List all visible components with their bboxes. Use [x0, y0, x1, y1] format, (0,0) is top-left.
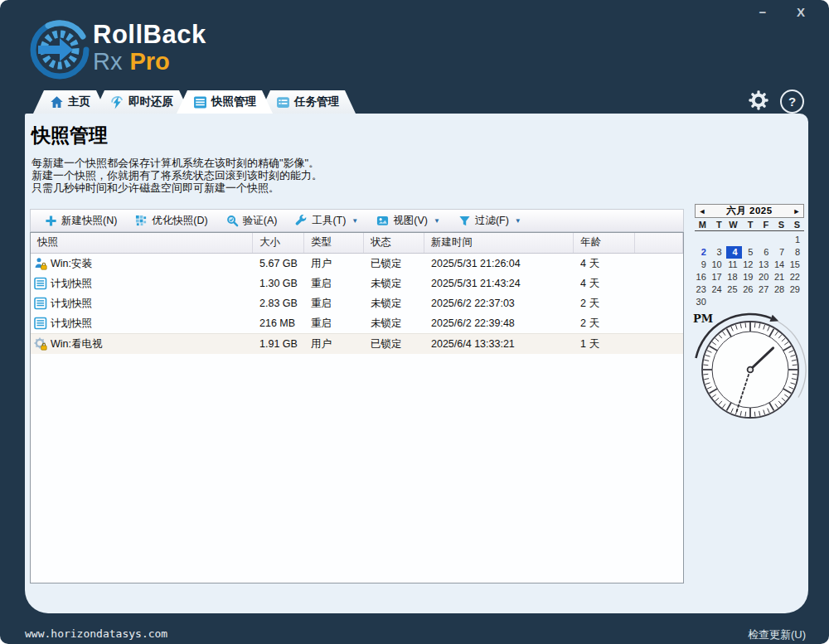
calendar-day[interactable]: 18 — [726, 271, 742, 283]
calendar-day-header: S — [788, 220, 804, 230]
column-header-type[interactable]: 类型 — [304, 233, 364, 253]
calendar-day[interactable]: 14 — [773, 259, 788, 271]
snapshot-size: 1.91 GB — [253, 338, 304, 350]
plus-icon — [45, 215, 57, 227]
view-dropdown-button[interactable]: 视图(V) ▼ — [367, 211, 449, 230]
calendar-day[interactable]: 29 — [788, 283, 804, 296]
footer-website-link[interactable]: www.horizondatasys.com — [25, 627, 167, 640]
calendar-day[interactable]: 12 — [742, 259, 758, 271]
button-label: 工具(T) — [312, 214, 346, 228]
snapshot-name: Win:安装 — [51, 257, 92, 271]
filter-icon — [458, 215, 471, 227]
calendar-day[interactable]: 6 — [757, 246, 773, 259]
tools-dropdown-button[interactable]: 工具(T) ▼ — [286, 211, 367, 230]
new-snapshot-button[interactable]: 新建快照(N) — [36, 211, 126, 230]
calendar-day[interactable]: 11 — [726, 259, 742, 271]
calendar-day-header: T — [710, 220, 726, 230]
calendar-day[interactable]: 5 — [742, 246, 758, 259]
calendar-day[interactable]: 9 — [695, 259, 710, 271]
column-header-snapshot[interactable]: 快照 — [31, 233, 253, 253]
calendar-day[interactable]: 28 — [773, 283, 788, 296]
button-label: 验证(A) — [243, 214, 278, 228]
column-header-age[interactable]: 年龄 — [574, 233, 635, 253]
calendar-day-header: S — [773, 220, 788, 230]
calendar-day[interactable]: 21 — [773, 271, 788, 283]
lightning-icon — [110, 95, 124, 109]
calendar-day[interactable]: 17 — [710, 271, 726, 283]
calendar-day[interactable]: 7 — [773, 246, 788, 259]
tab-task-management[interactable]: 任务管理 — [259, 90, 356, 114]
tab-instant-restore[interactable]: 即时还原 — [94, 90, 190, 114]
main-panel: 快照管理 每新建一个快照都会保存计算机系统在该时刻的精确"影像"。 新建一个快照… — [25, 114, 808, 613]
calendar-prev-icon[interactable]: ◄ — [696, 207, 709, 215]
defrag-snapshot-button[interactable]: 优化快照(D) — [126, 211, 216, 230]
snapshot-status: 未锁定 — [364, 317, 424, 331]
column-header-created[interactable]: 新建时间 — [424, 233, 574, 253]
snapshot-name-cell: 计划快照 — [31, 277, 253, 291]
snapshot-size: 1.30 GB — [253, 278, 304, 289]
column-header-extra[interactable] — [635, 233, 683, 253]
calendar-day — [710, 234, 726, 246]
description-line: 只需几秒钟时间和少许磁盘空间即可新建一个快照。 — [32, 182, 322, 194]
snapshot-table: 快照 大小 类型 状态 新建时间 年龄 — [30, 232, 684, 583]
calendar-day — [695, 234, 710, 246]
help-icon[interactable]: ? — [780, 90, 804, 114]
calendar-day — [757, 234, 773, 246]
calendar-day[interactable]: 25 — [726, 283, 742, 296]
snapshot-name-cell: 计划快照 — [31, 297, 253, 311]
calendar-header: ◄ 六月 2025 ► — [695, 204, 804, 218]
calendar-day[interactable]: 16 — [695, 271, 710, 283]
table-row[interactable]: 计划快照 216 MB 重启 未锁定 2025/6/2 22:39:48 2 天 — [31, 313, 683, 333]
calendar-day[interactable]: 3 — [710, 246, 726, 259]
user-snapshot-locked-icon — [34, 257, 47, 270]
calendar-day[interactable]: 1 — [788, 234, 804, 246]
column-header-size[interactable]: 大小 — [253, 233, 304, 253]
snapshot-age: 4 天 — [574, 277, 635, 291]
table-row[interactable]: 计划快照 2.83 GB 重启 未锁定 2025/6/2 22:37:03 2 … — [31, 293, 683, 313]
snapshot-toolbar: 新建快照(N) 优化快照(D) 验证(A) — [30, 209, 684, 232]
calendar-day[interactable]: 10 — [710, 259, 726, 271]
snapshot-age: 4 天 — [574, 257, 635, 271]
calendar-day[interactable]: 8 — [788, 246, 804, 259]
calendar-day[interactable]: 23 — [695, 283, 710, 296]
button-label: 优化快照(D) — [152, 214, 207, 228]
calendar-day[interactable]: 27 — [757, 283, 773, 296]
page-title: 快照管理 — [32, 123, 108, 148]
snapshot-status: 未锁定 — [364, 277, 424, 291]
view-icon — [376, 215, 389, 227]
snapshot-type: 重启 — [304, 297, 364, 311]
snapshot-name-cell: 计划快照 — [31, 317, 253, 331]
calendar-day[interactable]: 15 — [788, 259, 804, 271]
logo-rx: Rx — [93, 48, 122, 75]
logo-pro: Pro — [129, 48, 169, 75]
calendar-day — [726, 296, 742, 308]
minimize-button[interactable]: − — [749, 2, 776, 22]
calendar-day[interactable]: 30 — [695, 296, 710, 308]
column-header-status[interactable]: 状态 — [364, 233, 424, 253]
verify-button[interactable]: 验证(A) — [217, 211, 287, 230]
description-line: 每新建一个快照都会保存计算机系统在该时刻的精确"影像"。 — [32, 157, 322, 169]
calendar-day[interactable]: 24 — [710, 283, 726, 296]
calendar-day[interactable]: 13 — [757, 259, 773, 271]
tab-label: 主页 — [68, 94, 90, 109]
settings-gear-icon[interactable] — [747, 89, 770, 112]
calendar-day[interactable]: 22 — [788, 271, 804, 283]
tab-snapshot-management[interactable]: 快照管理 — [177, 90, 273, 114]
table-row[interactable]: Win:看电视 1.91 GB 用户 已锁定 2025/6/4 13:33:21… — [31, 333, 683, 354]
calendar-day[interactable]: 4 — [726, 246, 742, 259]
close-button[interactable]: X — [788, 2, 814, 22]
scheduled-snapshot-icon — [34, 277, 47, 290]
table-row[interactable]: Win:安装 5.67 GB 用户 已锁定 2025/5/31 21:26:04… — [31, 254, 683, 274]
filter-dropdown-button[interactable]: 过滤(F) ▼ — [449, 211, 531, 230]
table-row[interactable]: 计划快照 1.30 GB 重启 未锁定 2025/5/31 21:43:24 4… — [31, 274, 683, 293]
calendar-day-header: F — [757, 220, 773, 230]
calendar-day[interactable]: 26 — [742, 283, 758, 296]
calendar-day[interactable]: 2 — [695, 246, 710, 259]
calendar-day[interactable]: 20 — [757, 271, 773, 283]
calendar-day[interactable]: 19 — [742, 271, 758, 283]
calendar-next-icon[interactable]: ► — [790, 207, 803, 215]
chevron-down-icon: ▼ — [434, 217, 440, 225]
check-updates-link[interactable]: 检查更新(U) — [748, 627, 806, 642]
calendar-day-header: T — [742, 220, 758, 230]
scheduled-snapshot-icon — [34, 297, 47, 310]
